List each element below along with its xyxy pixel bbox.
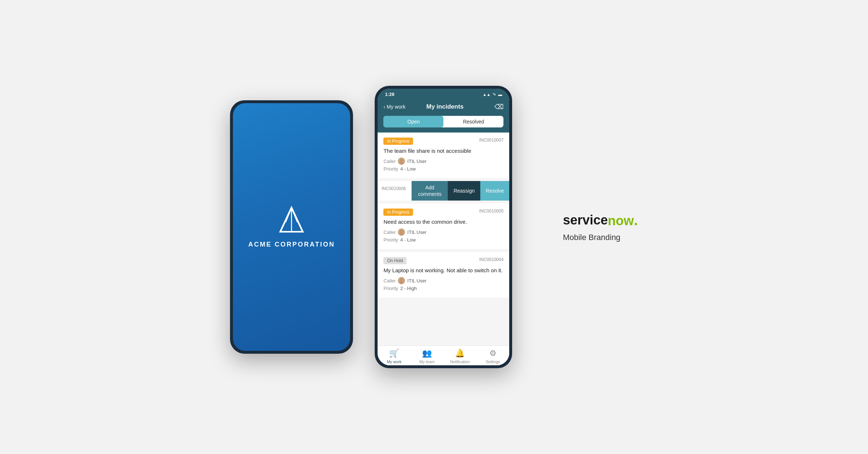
priority-value-4: 2 - High [400, 286, 417, 291]
incident-caller-1: Caller ITIL User [383, 157, 503, 165]
nav-label-notification: Notification [450, 360, 470, 364]
incident-priority-4: Priority 2 - High [383, 286, 503, 291]
incident-card-4[interactable]: On Hold INC0010004 My Laptop is not work… [378, 252, 509, 298]
servicenow-screen: 1:28 ▲▲ ∿ ▬ ‹ My work My incidents ⌫ [378, 89, 509, 365]
nav-label-settings: Settings [486, 360, 500, 364]
badge-on-hold-4: On Hold [383, 257, 407, 264]
acme-screen: ACME CORPORATION [233, 103, 350, 351]
main-scene: ACME CORPORATION 1:28 ▲▲ ∿ ▬ ‹ My work [0, 0, 868, 454]
nav-item-my-work[interactable]: 🛒 My work [378, 349, 410, 364]
incident-caller-4: Caller ITIL User [383, 277, 503, 284]
caller-label-1: Caller [383, 159, 396, 164]
bell-icon: 🔔 [455, 349, 465, 358]
mobile-branding-label: Mobile Branding [563, 233, 620, 242]
segment-resolved[interactable]: Resolved [443, 116, 503, 127]
svg-point-3 [399, 233, 404, 236]
servicenow-suffix: now [608, 213, 634, 228]
servicenow-dot-icon: . [634, 212, 638, 228]
chevron-left-icon: ‹ [383, 104, 385, 110]
status-bar-icons: ▲▲ ∿ ▬ [483, 92, 502, 97]
filter-icon[interactable]: ⌫ [494, 103, 503, 111]
bottom-nav: 🛒 My work 👥 My team 🔔 Notification ⚙ Set… [378, 345, 509, 365]
svg-point-2 [400, 230, 403, 233]
back-button[interactable]: ‹ My work [383, 104, 405, 110]
servicenow-logo: servicenow. [563, 212, 638, 228]
swipe-actions: Add comments Reassign Resolve [412, 181, 509, 201]
incident-priority-3: Priority 4 - Low [383, 237, 503, 243]
resolve-button[interactable]: Resolve [480, 181, 509, 201]
incident-title-1: The team file share is not accessible [383, 147, 503, 155]
card-2-top: In Progress INC0010006 [378, 186, 406, 193]
segment-open[interactable]: Open [383, 116, 443, 127]
status-bar: 1:28 ▲▲ ∿ ▬ [378, 89, 509, 99]
caller-name-3: ITIL User [407, 230, 426, 235]
acme-triangle-icon [277, 206, 306, 235]
svg-point-0 [400, 159, 403, 162]
avatar-4 [398, 277, 405, 284]
incident-card-2[interactable]: In Progress INC0010006 Add comments Reas… [378, 181, 509, 201]
battery-icon: ▬ [498, 92, 502, 97]
back-label: My work [387, 104, 405, 110]
nav-label-my-work: My work [387, 360, 401, 364]
screen-title: My incidents [405, 103, 484, 110]
incident-title-3: Need access to the common drive. [383, 218, 503, 226]
avatar-3 [398, 228, 405, 236]
nav-item-my-team[interactable]: 👥 My team [410, 349, 443, 364]
card-2-content: In Progress INC0010006 [378, 181, 412, 201]
priority-label-1: Priority [383, 166, 398, 172]
caller-label-4: Caller [383, 278, 396, 283]
team-icon: 👥 [422, 349, 432, 358]
card-4-top: On Hold INC0010004 [383, 257, 503, 264]
reassign-button[interactable]: Reassign [448, 181, 480, 201]
incident-card-3[interactable]: In Progress INC0010005 Need access to th… [378, 203, 509, 249]
bag-icon: 🛒 [389, 349, 399, 358]
acme-company-name: ACME CORPORATION [248, 241, 335, 248]
priority-label-4: Priority [383, 286, 398, 291]
segment-control: Open Resolved [378, 116, 509, 133]
priority-label-3: Priority [383, 237, 398, 243]
priority-value-1: 4 - Low [400, 166, 416, 172]
nav-item-notification[interactable]: 🔔 Notification [443, 349, 476, 364]
segment-inner: Open Resolved [383, 116, 503, 127]
nav-item-settings[interactable]: ⚙ Settings [476, 349, 509, 364]
servicenow-prefix: service [563, 213, 608, 228]
servicenow-now: now. [608, 212, 638, 228]
incident-title-4: My Laptop is not working. Not able to sw… [383, 266, 503, 274]
incident-number-3: INC0010005 [479, 209, 503, 214]
acme-logo: ACME CORPORATION [248, 206, 335, 248]
caller-name-4: ITIL User [407, 278, 426, 283]
svg-point-1 [399, 162, 404, 165]
card-1-top: In Progress INC0010007 [383, 138, 503, 145]
svg-point-4 [400, 278, 403, 281]
incident-caller-3: Caller ITIL User [383, 228, 503, 236]
nav-label-my-team: My team [420, 360, 435, 364]
incident-number-2: INC0010006 [382, 186, 406, 191]
priority-value-3: 4 - Low [400, 237, 416, 243]
content-area: In Progress INC0010007 The team file sha… [378, 133, 509, 345]
gear-icon: ⚙ [489, 349, 497, 358]
incident-number-4: INC0010004 [479, 257, 503, 262]
incident-priority-1: Priority 4 - Low [383, 166, 503, 172]
svg-point-5 [399, 281, 404, 284]
caller-label-3: Caller [383, 230, 396, 235]
signal-icon: ▲▲ [483, 92, 491, 97]
card-3-top: In Progress INC0010005 [383, 209, 503, 216]
app-header: ‹ My work My incidents ⌫ [378, 99, 509, 116]
phone-acme: ACME CORPORATION [230, 100, 353, 354]
badge-in-progress-1: In Progress [383, 138, 413, 145]
status-time: 1:28 [385, 92, 394, 97]
incident-card-1[interactable]: In Progress INC0010007 The team file sha… [378, 133, 509, 178]
incident-number-1: INC0010007 [479, 138, 503, 143]
badge-in-progress-3: In Progress [383, 209, 413, 216]
caller-name-1: ITIL User [407, 159, 426, 164]
avatar-1 [398, 157, 405, 165]
wifi-icon: ∿ [493, 92, 496, 97]
add-comments-button[interactable]: Add comments [412, 181, 448, 201]
brand-section: servicenow. Mobile Branding [563, 212, 638, 242]
phone-servicenow: 1:28 ▲▲ ∿ ▬ ‹ My work My incidents ⌫ [375, 86, 512, 368]
